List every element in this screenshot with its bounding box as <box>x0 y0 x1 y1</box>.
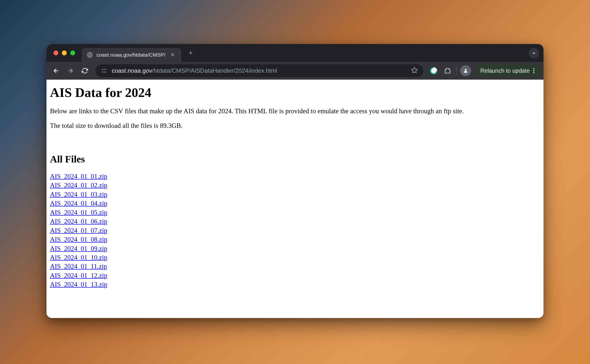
tabs-dropdown-button[interactable] <box>529 48 539 58</box>
extension-grammarly-icon[interactable] <box>428 65 440 77</box>
window-close-button[interactable] <box>53 50 58 55</box>
svg-point-8 <box>533 70 535 71</box>
page-content: AIS Data for 2024 Below are links to the… <box>46 80 544 318</box>
browser-toolbar: coast.noaa.gov/htdata/CMSP/AISDataHandle… <box>46 62 544 80</box>
forward-button[interactable] <box>64 65 77 77</box>
toolbar-separator <box>456 67 457 74</box>
more-vert-icon <box>533 68 535 73</box>
globe-icon <box>87 52 93 58</box>
url-path: /htdata/CMSP/AISDataHandler/2024/index.h… <box>152 67 277 74</box>
file-link[interactable]: AIS_2024_01_13.zip <box>50 280 107 289</box>
window-minimize-button[interactable] <box>62 50 67 55</box>
tab-title: coast.noaa.gov/htdata/CMSP/ <box>96 52 165 58</box>
toolbar-right: Relaunch to update <box>428 65 540 77</box>
file-link[interactable]: AIS_2024_01_12.zip <box>50 271 107 280</box>
tab-close-button[interactable]: ✕ <box>169 51 176 59</box>
page-heading: AIS Data for 2024 <box>50 85 540 100</box>
browser-window: coast.noaa.gov/htdata/CMSP/ ✕ + <box>46 44 544 318</box>
reload-button[interactable] <box>79 65 91 77</box>
file-link[interactable]: AIS_2024_01_11.zip <box>50 262 107 271</box>
svg-rect-4 <box>104 72 106 72</box>
file-link[interactable]: AIS_2024_01_07.zip <box>50 226 107 235</box>
relaunch-label: Relaunch to update <box>480 68 530 74</box>
svg-point-7 <box>533 68 535 69</box>
browser-tab[interactable]: coast.noaa.gov/htdata/CMSP/ ✕ <box>82 48 181 62</box>
back-button[interactable] <box>50 65 62 77</box>
svg-point-6 <box>465 69 466 71</box>
file-link[interactable]: AIS_2024_01_10.zip <box>50 253 107 262</box>
file-link[interactable]: AIS_2024_01_06.zip <box>50 217 107 226</box>
url-host: coast.noaa.gov <box>112 67 152 74</box>
file-link[interactable]: AIS_2024_01_05.zip <box>50 208 107 217</box>
files-heading: All Files <box>50 153 540 165</box>
svg-marker-5 <box>411 67 417 73</box>
file-link[interactable]: AIS_2024_01_03.zip <box>50 190 107 199</box>
file-link[interactable]: AIS_2024_01_08.zip <box>50 235 107 244</box>
total-size-paragraph: The total size to download all the files… <box>50 122 540 130</box>
titlebar: coast.noaa.gov/htdata/CMSP/ ✕ + <box>46 44 544 62</box>
intro-paragraph: Below are links to the CSV files that ma… <box>50 107 540 115</box>
svg-rect-2 <box>104 69 106 70</box>
file-link[interactable]: AIS_2024_01_04.zip <box>50 199 107 208</box>
window-controls <box>46 50 75 55</box>
new-tab-button[interactable]: + <box>186 48 196 58</box>
profile-button[interactable] <box>460 65 472 77</box>
file-list: AIS_2024_01_01.zipAIS_2024_01_02.zipAIS_… <box>50 172 540 289</box>
window-maximize-button[interactable] <box>70 50 75 55</box>
relaunch-to-update-button[interactable]: Relaunch to update <box>475 65 540 77</box>
url-text: coast.noaa.gov/htdata/CMSP/AISDataHandle… <box>112 67 407 74</box>
site-info-icon[interactable] <box>101 68 107 74</box>
svg-point-1 <box>102 69 103 70</box>
file-link[interactable]: AIS_2024_01_01.zip <box>50 172 107 181</box>
bookmark-star-icon[interactable] <box>411 67 418 75</box>
address-bar[interactable]: coast.noaa.gov/htdata/CMSP/AISDataHandle… <box>95 64 423 77</box>
svg-point-3 <box>102 71 103 72</box>
file-link[interactable]: AIS_2024_01_09.zip <box>50 244 107 253</box>
svg-point-9 <box>533 72 535 73</box>
file-link[interactable]: AIS_2024_01_02.zip <box>50 181 107 190</box>
extensions-icon[interactable] <box>442 65 454 77</box>
